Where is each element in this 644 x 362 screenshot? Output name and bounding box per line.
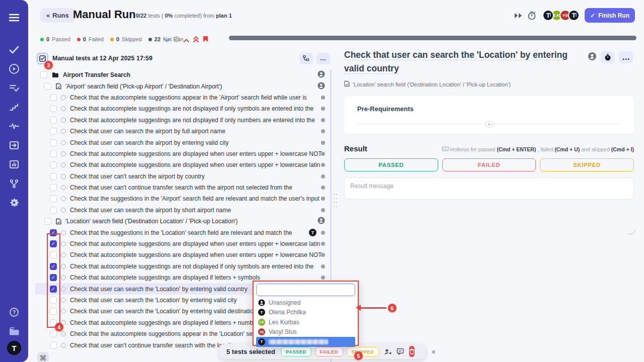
test-row[interactable]: Check that autocomplete suggestions are … — [35, 148, 330, 159]
test-row[interactable]: Check that user can search the airport b… — [35, 126, 330, 137]
row-checkbox[interactable] — [40, 71, 47, 78]
user-avatar[interactable]: T — [7, 341, 21, 355]
test-status-circle[interactable] — [61, 264, 66, 269]
analytics-icon[interactable] — [5, 155, 24, 174]
test-row[interactable]: Check that autocomplete suggestions are … — [35, 249, 330, 260]
assignee-option[interactable]: TOlena Pchilka — [256, 308, 355, 318]
test-status-circle[interactable] — [61, 185, 66, 190]
tree-view-toggle-button[interactable] — [299, 53, 313, 64]
assignee-person-icon[interactable] — [317, 217, 325, 226]
test-row[interactable]: Check that the autocomplete suggestions … — [35, 92, 330, 103]
assign-user-icon[interactable] — [384, 348, 391, 355]
import-icon[interactable] — [5, 136, 24, 155]
test-row[interactable]: Check that user can search the airport b… — [35, 137, 330, 148]
menu-icon[interactable] — [5, 8, 24, 27]
test-row[interactable]: Check that user can't search the airport… — [35, 171, 330, 182]
test-row[interactable]: ✓Check that the suggestions in the 'Loca… — [35, 227, 330, 238]
timer-icon[interactable] — [527, 11, 536, 20]
assignee-search-input[interactable] — [256, 284, 355, 296]
assignee-option[interactable]: LKLes Kurbas — [256, 317, 355, 327]
row-checkbox[interactable] — [50, 117, 57, 124]
test-status-circle[interactable] — [61, 331, 66, 336]
test-row[interactable]: Check that user can't continue transfer … — [35, 182, 330, 193]
skipped-button[interactable]: SKIPPED — [540, 158, 634, 171]
back-to-runs-button[interactable]: «Runs — [40, 8, 75, 23]
test-row[interactable]: Check that autocomplete suggestings are … — [35, 115, 330, 126]
row-checkbox[interactable] — [50, 173, 57, 180]
test-row[interactable]: Check that the suggestions in the 'Airpo… — [35, 193, 330, 204]
test-status-circle[interactable] — [61, 287, 66, 292]
delete-button[interactable] — [409, 346, 415, 357]
test-status-circle[interactable] — [61, 129, 66, 134]
test-row[interactable]: ✓Check that autocomplete suggestions are… — [35, 238, 330, 249]
collapse-toggle-icon[interactable]: ▾ — [486, 121, 493, 128]
row-checkbox[interactable] — [50, 184, 57, 191]
collapse-chevron-icon[interactable] — [164, 35, 170, 44]
logo-avatar[interactable]: T — [568, 10, 580, 21]
test-status-circle[interactable] — [61, 208, 66, 213]
check-icon[interactable] — [5, 40, 24, 59]
bulk-skipped-button[interactable]: SKIPPED — [347, 347, 379, 356]
test-status-circle[interactable] — [61, 106, 66, 111]
help-icon[interactable]: ? — [5, 303, 24, 322]
fast-forward-icon[interactable] — [514, 13, 522, 19]
pulse-icon[interactable] — [5, 117, 24, 136]
row-checkbox[interactable] — [50, 207, 57, 214]
test-status-circle[interactable] — [61, 241, 66, 246]
divider-grip-handle[interactable] — [334, 194, 338, 209]
test-row[interactable]: Check that user can search the airport b… — [35, 205, 330, 216]
test-status-circle[interactable] — [61, 275, 66, 280]
result-message-input[interactable] — [344, 177, 634, 200]
steps-icon[interactable] — [5, 98, 24, 117]
assignee-person-icon[interactable] — [588, 52, 597, 63]
suite-row[interactable]: 'Airport' search field ('Pick-up Airport… — [35, 80, 330, 92]
ink-timer-button[interactable] — [601, 51, 615, 63]
test-row[interactable]: Check that autocomplete suggestions are … — [35, 159, 330, 170]
row-checkbox[interactable] — [50, 161, 57, 168]
test-status-circle[interactable] — [61, 309, 66, 314]
logo-avatar[interactable]: T — [309, 229, 316, 236]
chevron-up-icon[interactable] — [184, 35, 189, 44]
row-checkbox[interactable] — [50, 139, 57, 146]
passed-button[interactable]: PASSED — [344, 158, 438, 171]
logo-avatar[interactable]: T — [542, 10, 554, 21]
row-checkbox[interactable] — [44, 83, 51, 90]
bulk-passed-button[interactable]: PASSED — [281, 347, 311, 356]
row-checkbox[interactable] — [50, 128, 57, 135]
test-status-circle[interactable] — [61, 162, 66, 167]
test-row[interactable]: ✓Check that autocomplete suggestings are… — [35, 261, 330, 272]
resize-handle-icon[interactable] — [628, 230, 636, 234]
test-status-circle[interactable] — [61, 151, 66, 156]
test-status-circle[interactable] — [61, 95, 66, 100]
folder-row[interactable]: Airport Transfer Search — [35, 69, 330, 80]
row-checkbox[interactable] — [50, 342, 57, 349]
test-title[interactable]: Check that user can search the 'Location… — [344, 48, 585, 75]
test-list-icon[interactable] — [5, 78, 24, 98]
comment-icon[interactable] — [396, 348, 404, 355]
row-checkbox[interactable] — [50, 150, 57, 157]
assignee-option[interactable]: VSVasyl Stus — [256, 327, 355, 337]
test-row[interactable]: Check that autocomplete suggestings are … — [35, 103, 330, 114]
test-status-circle[interactable] — [61, 174, 66, 179]
suite-row[interactable]: 'Location' search field ('Destination Lo… — [35, 216, 330, 227]
projects-folder-icon[interactable] — [5, 322, 24, 341]
tree-more-button[interactable]: … — [316, 53, 330, 64]
row-checkbox[interactable] — [50, 105, 57, 112]
assignee-option[interactable]: T — [256, 337, 355, 347]
circle-filter-icon[interactable] — [174, 35, 180, 44]
settings-gear-icon[interactable] — [5, 193, 24, 212]
test-status-circle[interactable] — [61, 252, 66, 257]
assignee-person-icon[interactable] — [317, 82, 325, 91]
detail-more-button[interactable]: … — [619, 51, 633, 63]
double-chevron-up-icon[interactable] — [193, 35, 199, 44]
failed-button[interactable]: FAILED — [442, 158, 536, 171]
assignee-option[interactable]: Unassigned — [256, 298, 355, 308]
row-checkbox[interactable] — [50, 330, 57, 337]
assignee-avatars[interactable]: TLKVST — [542, 10, 580, 21]
row-checkbox[interactable] — [50, 94, 57, 101]
finish-run-button[interactable]: ✓Finish Run — [585, 8, 635, 23]
assignee-person-icon[interactable] — [317, 70, 325, 79]
close-selection-icon[interactable]: × — [431, 347, 436, 356]
test-status-circle[interactable] — [61, 343, 66, 348]
bulk-failed-button[interactable]: FAILED — [315, 347, 343, 356]
